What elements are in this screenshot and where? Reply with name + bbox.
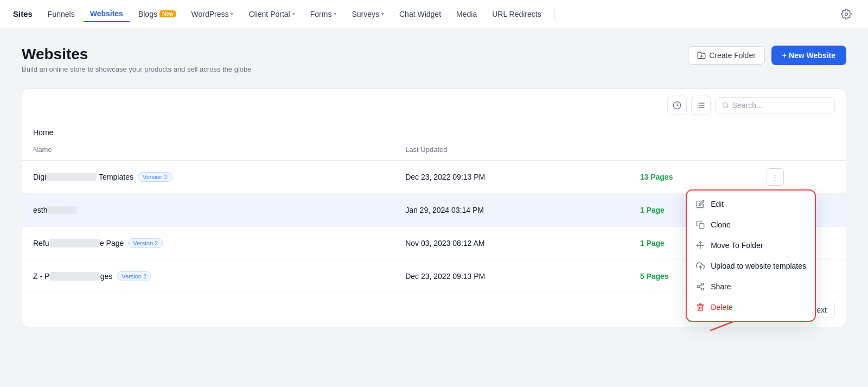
main-page: Websites Build an online store to showca… — [0, 28, 868, 345]
row-1-date: Dec 23, 2022 09:13 PM — [394, 161, 629, 194]
folder-plus-icon — [697, 51, 706, 60]
column-actions — [756, 139, 846, 161]
nav-item-wordpress[interactable]: WordPress ▾ — [184, 7, 240, 22]
nav-item-url-redirects[interactable]: URL Redirects — [486, 7, 548, 22]
websites-table-container: Home Name Last Updated Digi — [22, 88, 846, 327]
settings-icon[interactable] — [838, 5, 855, 23]
svg-line-19 — [699, 287, 702, 289]
row-1-more-button[interactable]: ⋮ — [767, 168, 784, 186]
row-2-name-cell: esth — [22, 194, 394, 227]
nav-item-blogs[interactable]: Blogs New — [132, 7, 183, 22]
row-1-pages: 13 Pages — [629, 161, 756, 194]
move-icon — [695, 240, 705, 250]
column-pages — [629, 139, 756, 161]
search-icon — [722, 101, 729, 109]
svg-line-11 — [727, 106, 728, 107]
svg-point-0 — [845, 12, 848, 15]
row-3-date: Nov 03, 2023 08:12 AM — [394, 227, 629, 260]
table-controls — [22, 89, 846, 115]
upload-icon — [695, 261, 705, 271]
row-3-name-cell: Refu e Page Version 2 — [22, 227, 394, 260]
row-1-name-cell: Digi Templates Version 2 — [22, 161, 394, 194]
version-badge-4: Version 2 — [117, 271, 151, 281]
nav-item-forms[interactable]: Forms ▾ — [304, 7, 343, 22]
context-menu-delete[interactable]: Delete — [687, 297, 815, 318]
list-icon-button[interactable] — [691, 96, 711, 115]
surveys-chevron: ▾ — [381, 11, 384, 17]
breadcrumb: Home — [22, 122, 846, 139]
blogs-new-badge: New — [159, 10, 176, 17]
sites-label: Sites — [13, 9, 33, 18]
wordpress-chevron: ▾ — [231, 11, 233, 17]
create-folder-button[interactable]: Create Folder — [688, 46, 765, 65]
row-4-name-cell: Z - P ges Version 2 — [22, 260, 394, 293]
page-subtitle: Build an online store to showcase your p… — [22, 65, 251, 73]
trash-icon — [695, 302, 705, 312]
client-portal-chevron: ▾ — [292, 11, 295, 17]
version-badge-1: Version 2 — [138, 172, 173, 182]
nav-item-client-portal[interactable]: Client Portal ▾ — [242, 7, 301, 22]
history-icon-button[interactable] — [667, 96, 687, 115]
column-name: Name — [22, 139, 394, 161]
row-2-date: Jan 29, 2024 03:14 PM — [394, 194, 629, 227]
nav-divider — [554, 8, 555, 21]
clone-icon — [695, 220, 705, 230]
context-menu-share[interactable]: Share — [687, 276, 815, 297]
forms-chevron: ▾ — [334, 11, 336, 17]
context-menu-clone[interactable]: Clone — [687, 214, 815, 235]
table-row: Digi Templates Version 2 Dec 23, 2022 09… — [22, 161, 846, 194]
svg-line-20 — [699, 284, 702, 286]
nav-item-chat-widget[interactable]: Chat Widget — [393, 7, 448, 22]
top-nav: Sites Funnels Websites Blogs New WordPre… — [0, 0, 868, 28]
clock-icon — [673, 101, 681, 110]
page-title: Websites — [22, 46, 251, 63]
page-header: Websites Build an online store to showca… — [22, 46, 846, 73]
context-menu-upload-templates[interactable]: Upload to website templates — [687, 256, 815, 276]
svg-rect-12 — [699, 224, 704, 229]
list-icon — [697, 101, 705, 110]
version-badge-3: Version 2 — [128, 238, 163, 248]
context-menu-move-to-folder[interactable]: Move To Folder — [687, 235, 815, 256]
context-menu-edit[interactable]: Edit — [687, 194, 815, 214]
row-4-date: Dec 23, 2022 09:13 PM — [394, 260, 629, 293]
nav-item-surveys[interactable]: Surveys ▾ — [345, 7, 391, 22]
edit-icon — [695, 199, 705, 209]
page-header-left: Websites Build an online store to showca… — [22, 46, 251, 73]
search-box[interactable] — [715, 97, 835, 113]
table-header: Name Last Updated — [22, 139, 846, 161]
nav-item-websites[interactable]: Websites — [84, 6, 130, 22]
nav-item-funnels[interactable]: Funnels — [41, 7, 81, 22]
header-actions: Create Folder + New Website — [688, 46, 846, 65]
row-1-actions: ⋮ — [756, 161, 846, 194]
column-last-updated: Last Updated — [394, 139, 629, 161]
new-website-button[interactable]: + New Website — [771, 46, 846, 65]
nav-item-media[interactable]: Media — [450, 7, 483, 22]
search-input[interactable] — [732, 101, 828, 110]
share-icon — [695, 282, 705, 291]
context-menu: Edit Clone Move To Folder Upload to webs… — [686, 189, 816, 322]
